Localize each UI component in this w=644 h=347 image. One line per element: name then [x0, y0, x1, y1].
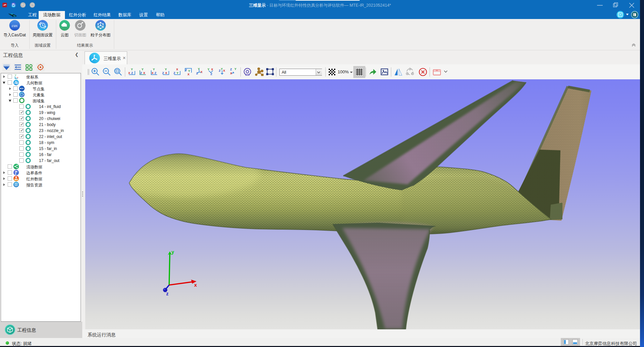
- svg-text:Y: Y: [207, 68, 209, 71]
- svg-text:X: X: [165, 71, 167, 75]
- svg-text:Y: Y: [188, 69, 190, 73]
- svg-text:Y: Y: [234, 68, 236, 71]
- svg-text:Y: Y: [221, 68, 223, 71]
- svg-text:Z: Z: [173, 71, 175, 75]
- svg-text:X: X: [128, 71, 130, 75]
- svg-text:Y: Y: [176, 71, 178, 75]
- svg-text:z: z: [166, 291, 168, 296]
- svg-text:x: x: [194, 282, 197, 288]
- svg-text:Y: Y: [165, 68, 167, 71]
- svg-text:y: y: [171, 249, 174, 255]
- svg-text:z: z: [15, 77, 17, 79]
- svg-text:Y: Y: [142, 68, 144, 71]
- svg-text:Z: Z: [162, 71, 164, 75]
- svg-text:cas: cas: [12, 23, 17, 28]
- svg-text:Z: Z: [131, 71, 133, 75]
- svg-text:Y: Y: [131, 68, 133, 71]
- svg-text:X: X: [223, 69, 225, 72]
- svg-text:X: X: [211, 68, 213, 71]
- svg-text:Y: Y: [15, 74, 17, 77]
- svg-text:Y: Y: [153, 68, 155, 71]
- svg-text:Z: Z: [230, 68, 232, 71]
- svg-text:Z: Z: [140, 71, 142, 75]
- svg-text:X: X: [176, 68, 178, 71]
- svg-text:Y: Y: [198, 68, 200, 71]
- svg-text:Z: Z: [185, 68, 187, 72]
- svg-text:x: x: [17, 76, 18, 79]
- svg-text:X: X: [152, 71, 154, 75]
- svg-text:X: X: [143, 71, 145, 75]
- svg-text:X: X: [187, 73, 189, 76]
- svg-text:Z: Z: [155, 71, 157, 75]
- svg-text:X: X: [200, 70, 202, 74]
- svg-text:Z: Z: [219, 69, 221, 72]
